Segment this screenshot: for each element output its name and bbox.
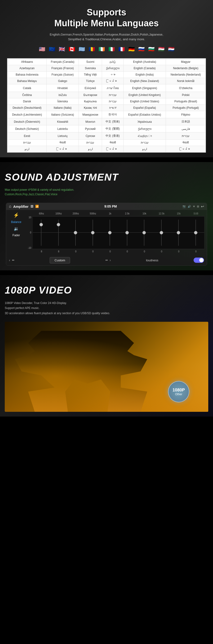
eq-value: 0 xyxy=(84,250,102,253)
table-cell: தமிழ் xyxy=(102,59,123,65)
eq-slider-knob[interactable] xyxy=(74,231,77,234)
flag-de: 🇩🇪 xyxy=(127,45,136,54)
eq-slider-col[interactable] xyxy=(50,216,67,249)
table-cell: English (Singapore) xyxy=(123,84,166,92)
table-cell: Suomi xyxy=(79,59,102,65)
table-row: ČeštinaisiZuluБългарскиעבריתEnglish (Uni… xyxy=(7,92,206,98)
amp-eq-chart: 10 0 -10 xyxy=(26,216,205,249)
table-cell: Português (Brasil) xyxy=(166,98,206,105)
table-row: Bahasa IndonesiaFrançais (Suisse)Tiếng V… xyxy=(7,72,206,78)
nav-next-icon[interactable]: › xyxy=(110,258,111,262)
video-image: 1080P Other xyxy=(5,322,208,412)
video-badge: 1080P Other xyxy=(168,381,189,402)
eq-slider-knob[interactable] xyxy=(194,231,197,234)
eq-slider-col[interactable] xyxy=(119,216,136,249)
table-cell: Македонски xyxy=(79,111,102,118)
table-cell: Català xyxy=(7,84,47,92)
eq-slider-knob[interactable] xyxy=(125,231,129,234)
eq-slider-col[interactable] xyxy=(33,216,50,249)
video-title: 1080P VIDEO xyxy=(5,284,208,296)
eq-slider-col[interactable] xyxy=(170,216,187,249)
eq-slider-knob[interactable] xyxy=(177,231,180,234)
flag-ro: 🇷🇴 xyxy=(87,45,96,54)
eq-slider-track xyxy=(178,220,179,246)
eq-slider-col[interactable] xyxy=(153,216,170,249)
table-cell: Italiano (Italia) xyxy=(47,105,79,111)
table-row: Bahasa MelayuGalegoTürkçeမြန်မာEnglish (… xyxy=(7,78,206,84)
badge-other: Other xyxy=(175,392,182,396)
table-cell: ትግርኛ xyxy=(102,105,123,111)
minimize-icon[interactable]: ⊟ xyxy=(197,205,199,208)
balance-label: Balance xyxy=(11,220,21,224)
eq-slider-track xyxy=(127,220,127,246)
table-cell: Кыргызча xyxy=(79,98,102,105)
home-icon[interactable]: ⌂ xyxy=(9,204,11,208)
eq-value: 0 xyxy=(102,250,119,253)
table-cell: Svenska xyxy=(79,65,102,72)
flag-ca: 🇨🇦 xyxy=(67,45,76,54)
languages-section: Supports Multiple Menu Languaes English,… xyxy=(0,0,213,157)
table-row: اردوမြန်မာاردوမြန်မာاردوမြန်မာ xyxy=(7,146,206,152)
table-cell: اردو xyxy=(79,146,102,152)
language-table: AfrikaansFrançais (Canada)Suomiதமிழ்Engl… xyxy=(7,58,206,152)
table-cell: English (Australia) xyxy=(123,59,166,65)
db-10: 10 xyxy=(29,216,31,219)
table-cell: Deutsch (Deutschland) xyxy=(7,105,47,111)
eq-slider-track xyxy=(144,220,144,246)
eq-freq-label: 10k xyxy=(136,212,153,215)
amp-eq-area: 60hz100hz200hz500hz1k2.5k10k12.5k15kSUB … xyxy=(26,212,205,253)
eq-freq-label: 2.5k xyxy=(119,212,136,215)
close-icon[interactable]: ✕ xyxy=(193,205,195,208)
db-0: 0 xyxy=(30,231,31,234)
nav-prev-icon[interactable]: ‹ xyxy=(9,258,10,262)
table-cell: Afrikaans xyxy=(7,59,47,65)
eq-slider-track xyxy=(58,220,59,246)
table-row: Deutsch (Österreich)KiswahiliМонгол中文 (简… xyxy=(7,118,206,125)
sound-description: Max output power 4*50W & variety of soun… xyxy=(5,188,208,197)
table-cell: Deutsch (Schweiz) xyxy=(7,125,47,132)
eq-slider-track xyxy=(161,220,162,246)
nav-dots-left: •• xyxy=(12,258,14,262)
table-cell: Nederlands (Belgïe) xyxy=(166,65,206,72)
preset-button[interactable]: Custom xyxy=(50,257,70,264)
eq-slider-col[interactable] xyxy=(136,216,153,249)
table-row: AfrikaansFrançais (Canada)Suomiதமிழ்Engl… xyxy=(7,59,206,65)
table-cell: עברית xyxy=(102,92,123,98)
eq-slider-knob[interactable] xyxy=(143,231,146,234)
table-cell: Dansk xyxy=(7,98,47,105)
eq-slider-track xyxy=(93,220,93,246)
eq-slider-col[interactable] xyxy=(84,216,102,249)
eq-value: 8 xyxy=(33,250,50,253)
amplifier-ui: ⌂ Amplifier 🖼 📶 9:05 PM 📷 🔊 ✕ ⊟ ↩ ⚡ Bala… xyxy=(6,203,207,266)
eq-slider-knob[interactable] xyxy=(91,231,94,234)
eq-slider-knob[interactable] xyxy=(160,231,163,234)
table-cell: עברית xyxy=(102,98,123,105)
eq-slider-col[interactable] xyxy=(67,216,84,249)
amp-statusbar-left: ⌂ Amplifier 🖼 📶 xyxy=(9,204,39,208)
table-cell: 中文 (香港) xyxy=(102,132,123,140)
flag-gb: 🇬🇧 xyxy=(57,45,66,54)
table-cell: Magyar xyxy=(166,59,206,65)
loudness-toggle[interactable] xyxy=(194,258,204,263)
eq-slider-knob[interactable] xyxy=(108,231,111,234)
speaker-icon: 🔉 xyxy=(14,226,19,231)
amp-statusbar: ⌂ Amplifier 🖼 📶 9:05 PM 📷 🔊 ✕ ⊟ ↩ xyxy=(6,203,207,210)
eq-freq-label: SUB xyxy=(188,212,205,215)
table-cell: မြန်မာ xyxy=(102,146,123,152)
table-row: עבריתनेपालीעבריתनेपालीעבריתनेपाली xyxy=(7,140,206,146)
eq-slider-col[interactable] xyxy=(101,216,119,249)
flag-eu: 🇪🇺 xyxy=(48,45,56,54)
eq-value: 8 xyxy=(50,250,67,253)
eq-slider-track xyxy=(75,220,76,246)
amp-time: 9:05 PM xyxy=(104,204,117,208)
eq-slider-col[interactable] xyxy=(187,216,205,249)
eq-slider-knob[interactable] xyxy=(57,223,60,226)
table-cell: 日本語 xyxy=(166,118,206,125)
eq-slider-knob[interactable] xyxy=(39,223,43,226)
back-icon[interactable]: ↩ xyxy=(201,204,204,209)
table-cell: Français (Canada) xyxy=(47,59,79,65)
table-row: EestiLietuviųСрпски中文 (香港)Հայերেনעברית xyxy=(7,132,206,140)
table-cell: ქართული xyxy=(102,65,123,72)
table-cell: اردو xyxy=(123,146,166,152)
eq-freq-label: 1k xyxy=(102,212,119,215)
